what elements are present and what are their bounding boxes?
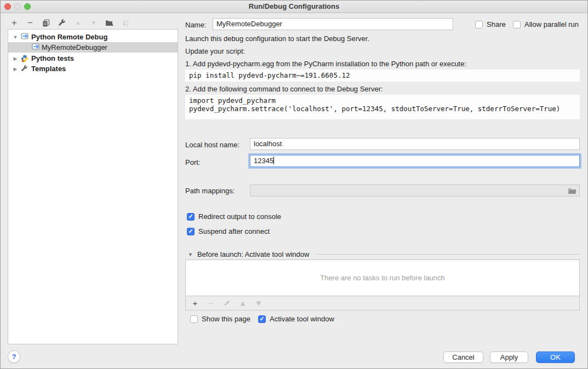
path-mappings-input[interactable] [250,184,580,197]
expander-icon[interactable]: ▼ [12,34,19,40]
show-this-page-label: Show this page [202,315,250,323]
move-down-button[interactable]: ▼ [89,19,98,27]
local-host-name-label: Local host name: [185,141,239,149]
browse-folder-icon[interactable] [567,187,577,197]
add-task-button[interactable]: + [191,299,199,308]
redirect-output-checkbox-row[interactable]: Redirect output to console [187,212,281,221]
local-host-name-input[interactable]: localhost [250,138,580,150]
tree-item-myremotedebugger[interactable]: MyRemoteDebugger [8,42,178,53]
edit-defaults-wrench-icon[interactable] [58,19,66,27]
redirect-output-label: Redirect output to console [198,212,281,221]
svg-text:z: z [127,23,128,27]
settrace-code-block: import pydevd_pycharmpydevd_pycharm.sett… [185,95,580,119]
suspend-after-connect-checkbox-row[interactable]: Suspend after connect [187,227,270,235]
redirect-output-checkbox[interactable] [187,213,195,221]
move-task-up-button[interactable]: ▲ [238,299,247,308]
activate-tool-window-checkbox[interactable] [258,315,266,323]
new-folder-icon[interactable] [105,19,114,27]
remove-configuration-button[interactable]: − [26,19,35,27]
configurations-tree: ▼ Python Remote Debug MyRemoteDebugger [8,29,178,344]
empty-task-list-text: There are no tasks to run before launch [320,274,445,282]
templates-wrench-icon [21,65,28,74]
path-mappings-label: Path mappings: [185,187,235,195]
expander-icon[interactable]: ▶ [12,56,19,61]
run-configuration-icon [21,33,30,42]
configuration-form: Name: MyRemoteDebugger Share Allow paral… [185,1,580,369]
configurations-toolbar: + − ▲ ▼ a [10,17,130,29]
instruction-step-1: 1. Add pydevd-pycharm.egg from the PyCha… [185,60,466,68]
tree-item-python-remote-debug[interactable]: ▼ Python Remote Debug [8,32,178,42]
run-configuration-icon [32,43,41,52]
add-configuration-button[interactable]: + [10,19,19,27]
settrace-code-line-1: import pydevd_pycharm [189,96,276,105]
move-up-button[interactable]: ▲ [73,19,82,27]
show-this-page-checkbox[interactable] [190,315,198,323]
svg-text:a: a [127,19,129,23]
before-launch-task-list[interactable]: There are no tasks to run before launch [185,260,580,296]
cancel-button[interactable]: Cancel [443,351,483,363]
suspend-after-connect-label: Suspend after connect [198,227,270,235]
run-debug-configurations-dialog: Run/Debug Configurations + − ▲ ▼ [0,0,588,369]
help-button[interactable]: ? [8,350,20,363]
activate-tool-window-checkbox-row[interactable]: Activate tool window [258,315,334,323]
allow-parallel-run-label: Allow parallel run [524,20,579,28]
settrace-code-line-2: pydevd_pycharm.settrace('localhost', por… [189,105,560,113]
before-launch-title: Before launch: Activate tool window [197,250,310,258]
move-task-down-button[interactable]: ▼ [254,299,263,308]
apply-button[interactable]: Apply [490,351,528,363]
sort-alphabetically-icon[interactable]: a z [121,19,130,27]
tree-item-label: Python Remote Debug [31,33,107,41]
instruction-step-2: 2. Add the following command to connect … [185,85,383,93]
instruction-line-1: Launch this debug configuration to start… [185,34,369,43]
port-value: 12345 [254,157,273,165]
tree-item-templates[interactable]: ▶ Templates [8,64,178,74]
port-input[interactable]: 12345 [250,155,580,167]
python-tests-icon [21,55,28,64]
copy-configuration-icon[interactable] [42,19,50,27]
share-label: Share [487,20,506,28]
text-cursor [273,157,274,164]
show-this-page-checkbox-row[interactable]: Show this page [190,315,250,323]
name-input[interactable]: MyRemoteDebugger [213,18,453,30]
tree-item-label: Python tests [31,54,74,62]
task-list-toolbar: + − ▲ ▼ [185,296,580,310]
section-divider [316,254,580,255]
collapse-section-icon[interactable]: ▼ [188,252,193,257]
pip-install-command: pip install pydevd-pycharm~=191.6605.12 [185,70,580,82]
share-checkbox-row[interactable]: Share [475,20,506,28]
port-label: Port: [185,158,200,166]
edit-task-pencil-icon[interactable] [222,299,231,308]
instruction-line-2: Update your script: [185,47,245,55]
allow-parallel-run-checkbox[interactable] [513,21,521,28]
tree-item-python-tests[interactable]: ▶ Python tests [8,53,178,64]
ok-button[interactable]: OK [536,351,575,363]
local-host-name-value: localhost [254,140,282,148]
expander-icon[interactable]: ▶ [12,66,19,72]
name-label: Name: [185,21,206,29]
suspend-after-connect-checkbox[interactable] [187,228,195,235]
allow-parallel-checkbox-row[interactable]: Allow parallel run [513,20,579,28]
before-launch-header[interactable]: ▼ Before launch: Activate tool window [188,250,580,258]
share-checkbox[interactable] [475,21,483,28]
name-value: MyRemoteDebugger [216,20,282,28]
tree-item-label: MyRemoteDebugger [42,43,107,51]
remove-task-button[interactable]: − [207,299,215,308]
activate-tool-window-label: Activate tool window [270,315,334,323]
tree-item-label: Templates [31,65,66,73]
